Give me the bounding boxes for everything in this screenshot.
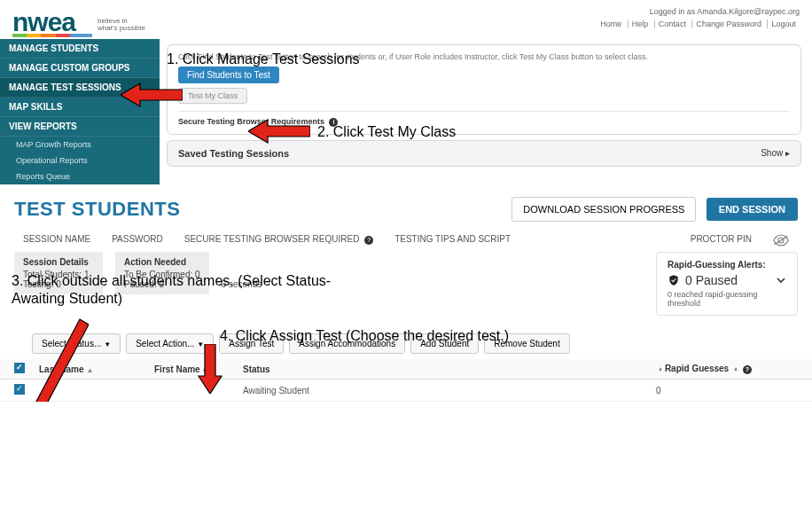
label-tips-script: TESTING TIPS AND SCRIPT xyxy=(394,234,511,247)
instruction-4: 4. Click Assign Test (Choose the desired… xyxy=(220,328,509,344)
sidebar-item-view-reports[interactable]: VIEW REPORTS xyxy=(0,117,160,137)
instruction-3-line1: 3. Click outside all students names. (Se… xyxy=(12,273,331,289)
sidebar: MANAGE STUDENTS MANAGE CUSTOM GROUPS MAN… xyxy=(0,39,160,184)
info-icon: ? xyxy=(364,236,373,245)
end-session-button[interactable]: END SESSION xyxy=(707,198,798,221)
rapid-guessing-box[interactable]: Rapid-Guessing Alerts: 0 Paused 0 reache… xyxy=(656,252,798,316)
rapid-title: Rapid-Guessing Alerts: xyxy=(668,260,786,270)
session-details-header: Session Details xyxy=(23,257,94,267)
sidebar-sub-operational[interactable]: Operational Reports xyxy=(0,153,160,168)
tagline: believe in what's possible xyxy=(98,18,145,32)
table-row[interactable]: Awaiting Student 0 xyxy=(0,380,812,402)
svg-marker-1 xyxy=(121,83,183,106)
chevron-down-icon xyxy=(776,275,786,286)
svg-marker-2 xyxy=(248,120,310,143)
page-title: TEST STUDENTS xyxy=(14,198,180,221)
page-title-row: TEST STUDENTS DOWNLOAD SESSION PROGRESS … xyxy=(0,184,812,225)
col-status[interactable]: Status xyxy=(243,364,656,374)
saved-sessions-label: Saved Testing Sessions xyxy=(178,148,289,159)
visibility-icon[interactable] xyxy=(773,234,789,247)
show-toggle[interactable]: Show ▸ xyxy=(761,148,790,159)
link-help[interactable]: Help xyxy=(628,20,652,28)
title-buttons: DOWNLOAD SESSION PROGRESS END SESSION xyxy=(511,197,798,222)
logged-in-text: Logged in as Amanda.Kilgore@raypec.org xyxy=(597,7,800,16)
student-table-header: Last Name▲ First Name♦ Status ♦ Rapid Gu… xyxy=(0,359,812,380)
top-right: Logged in as Amanda.Kilgore@raypec.org H… xyxy=(597,7,800,28)
sidebar-sub-reports-queue[interactable]: Reports Queue xyxy=(0,168,160,184)
instruction-3-line2: Awaiting Student) xyxy=(12,291,122,307)
label-proctor-pin: PROCTOR PIN xyxy=(691,234,752,247)
link-logout[interactable]: Logout xyxy=(767,20,800,28)
top-links: Home Help Contact Change Password Logout xyxy=(597,20,800,28)
shield-icon xyxy=(668,274,680,286)
sort-icon: ♦ xyxy=(734,365,738,373)
find-students-button[interactable]: Find Students to Test xyxy=(178,67,279,83)
arrow-1 xyxy=(121,82,183,108)
instruction-1: 1. Click Manage Test Sessions xyxy=(167,51,360,67)
logo: nwea xyxy=(12,7,92,37)
logo-area: nwea believe in what's possible xyxy=(12,7,145,37)
session-header-labels: SESSION NAME PASSWORD SECURE TESTING BRO… xyxy=(0,225,812,247)
action-needed-header: Action Needed xyxy=(124,257,200,267)
logo-text: nwea xyxy=(12,7,92,37)
label-browser-required: SECURE TESTING BROWSER REQUIRED ? xyxy=(184,234,373,247)
arrow-2 xyxy=(248,118,310,145)
arrow-4 xyxy=(197,344,223,394)
app-header: nwea believe in what's possible Logged i… xyxy=(0,0,812,39)
instruction-2: 2. Click Test My Class xyxy=(317,124,456,140)
cell-status: Awaiting Student xyxy=(243,386,656,395)
test-my-class-button[interactable]: Test My Class xyxy=(178,88,247,104)
col-rapid-guesses[interactable]: ♦ Rapid Guesses ♦ ? xyxy=(656,364,798,374)
arrow-3 xyxy=(18,309,89,402)
svg-marker-4 xyxy=(199,344,222,394)
workspace: MANAGE STUDENTS MANAGE CUSTOM GROUPS MAN… xyxy=(0,39,812,184)
download-session-button[interactable]: DOWNLOAD SESSION PROGRESS xyxy=(511,197,696,222)
svg-marker-3 xyxy=(20,319,89,402)
sidebar-item-manage-custom-groups[interactable]: MANAGE CUSTOM GROUPS xyxy=(0,59,160,78)
sidebar-sub-map-growth[interactable]: MAP Growth Reports xyxy=(0,137,160,153)
link-contact[interactable]: Contact xyxy=(654,20,690,28)
label-password: PASSWORD xyxy=(112,234,163,247)
label-session-name: SESSION NAME xyxy=(23,234,90,247)
rapid-note: 0 reached rapid-guessing threshold xyxy=(668,290,786,308)
link-home[interactable]: Home xyxy=(597,20,625,28)
rapid-paused: 0 Paused xyxy=(668,273,786,287)
info-icon: ? xyxy=(743,365,752,374)
link-change-password[interactable]: Change Password xyxy=(691,20,765,28)
sidebar-item-manage-students[interactable]: MANAGE STUDENTS xyxy=(0,39,160,59)
sort-icon: ♦ xyxy=(659,365,662,373)
rapid-paused-text: 0 Paused xyxy=(685,273,738,287)
cell-rapid: 0 xyxy=(656,386,798,395)
